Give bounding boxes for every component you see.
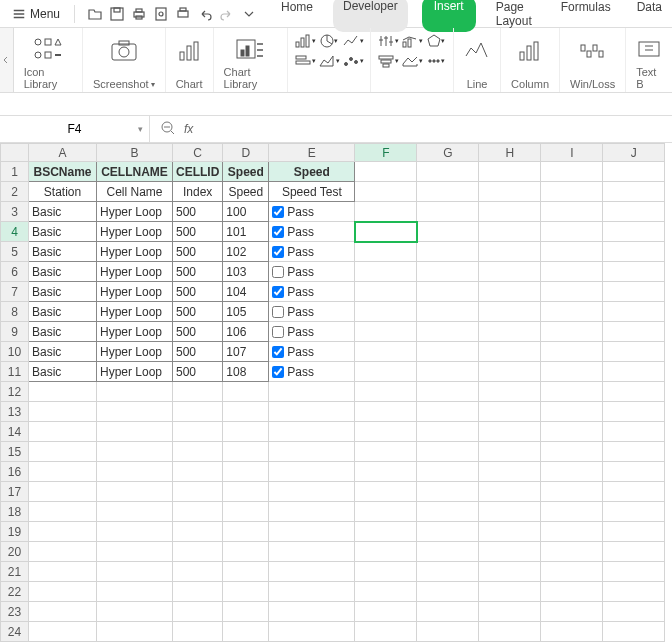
cell[interactable] xyxy=(29,502,97,522)
cell[interactable] xyxy=(541,322,603,342)
cell[interactable] xyxy=(269,522,355,542)
cell[interactable]: Basic xyxy=(29,202,97,222)
cell[interactable] xyxy=(173,462,223,482)
cell[interactable] xyxy=(417,622,479,642)
cell[interactable] xyxy=(479,602,541,622)
cell[interactable] xyxy=(603,622,665,642)
cell-reference-input[interactable] xyxy=(30,122,120,136)
checkbox-input[interactable] xyxy=(272,266,284,278)
cell[interactable] xyxy=(97,482,173,502)
cell[interactable] xyxy=(269,542,355,562)
row-header[interactable]: 3 xyxy=(1,202,29,222)
cell[interactable]: Cell Name xyxy=(97,182,173,202)
cell[interactable] xyxy=(355,322,417,342)
zoom-out-icon[interactable] xyxy=(160,120,176,139)
cell[interactable] xyxy=(269,402,355,422)
cell[interactable] xyxy=(97,602,173,622)
cell[interactable] xyxy=(355,562,417,582)
cell[interactable]: Pass xyxy=(269,362,355,382)
cell[interactable] xyxy=(479,542,541,562)
cell[interactable]: Hyper Loop xyxy=(97,302,173,322)
cell[interactable]: 106 xyxy=(223,322,269,342)
cell[interactable] xyxy=(223,382,269,402)
cell[interactable] xyxy=(541,562,603,582)
cell[interactable] xyxy=(97,582,173,602)
cell[interactable] xyxy=(479,282,541,302)
cell[interactable]: CELLNAME xyxy=(97,162,173,182)
cell[interactable] xyxy=(29,522,97,542)
ribbon-collapse-button[interactable] xyxy=(0,28,14,92)
cell[interactable] xyxy=(223,562,269,582)
cell[interactable]: Hyper Loop xyxy=(97,342,173,362)
redo-icon[interactable] xyxy=(219,6,235,22)
cell[interactable] xyxy=(97,462,173,482)
cell[interactable] xyxy=(603,502,665,522)
cell[interactable]: Basic xyxy=(29,242,97,262)
surface-chart-icon[interactable]: ▾ xyxy=(401,52,423,70)
cell[interactable] xyxy=(29,382,97,402)
cell[interactable] xyxy=(603,322,665,342)
menu-button[interactable]: Menu xyxy=(4,3,68,25)
cell[interactable] xyxy=(355,182,417,202)
cell[interactable] xyxy=(479,442,541,462)
cell[interactable] xyxy=(479,502,541,522)
cell[interactable]: Speed Test xyxy=(269,182,355,202)
cell[interactable] xyxy=(479,362,541,382)
checkbox-input[interactable] xyxy=(272,366,284,378)
cell[interactable] xyxy=(603,282,665,302)
cell[interactable] xyxy=(417,362,479,382)
column-header[interactable]: I xyxy=(541,144,603,162)
checkbox-input[interactable] xyxy=(272,326,284,338)
cell[interactable] xyxy=(173,602,223,622)
cell[interactable] xyxy=(541,582,603,602)
cell[interactable] xyxy=(223,622,269,642)
cell[interactable]: Pass xyxy=(269,282,355,302)
cell[interactable] xyxy=(417,242,479,262)
row-header[interactable]: 5 xyxy=(1,242,29,262)
cell[interactable] xyxy=(355,622,417,642)
ribbon-group-sparkline-line[interactable]: Line xyxy=(454,28,501,92)
open-icon[interactable] xyxy=(87,6,103,22)
cell[interactable]: 107 xyxy=(223,342,269,362)
cell[interactable] xyxy=(29,482,97,502)
checkbox-pass[interactable]: Pass xyxy=(272,265,351,279)
ribbon-group-screenshot[interactable]: Screenshot▾ xyxy=(83,28,166,92)
cell[interactable]: Hyper Loop xyxy=(97,262,173,282)
cell[interactable] xyxy=(173,402,223,422)
cell[interactable] xyxy=(417,382,479,402)
cell[interactable] xyxy=(479,302,541,322)
checkbox-input[interactable] xyxy=(272,306,284,318)
cell[interactable]: 101 xyxy=(223,222,269,242)
checkbox-pass[interactable]: Pass xyxy=(272,365,351,379)
ribbon-group-chart[interactable]: Chart xyxy=(166,28,214,92)
cell[interactable]: Basic xyxy=(29,322,97,342)
cell[interactable] xyxy=(541,162,603,182)
cell[interactable] xyxy=(97,622,173,642)
checkbox-pass[interactable]: Pass xyxy=(272,205,351,219)
cell[interactable] xyxy=(173,562,223,582)
pie-chart-icon[interactable]: ▾ xyxy=(318,32,340,50)
cell[interactable] xyxy=(479,342,541,362)
cell[interactable] xyxy=(417,582,479,602)
cell[interactable] xyxy=(173,422,223,442)
cell[interactable] xyxy=(269,482,355,502)
row-header[interactable]: 21 xyxy=(1,562,29,582)
row-header[interactable]: 13 xyxy=(1,402,29,422)
cell[interactable] xyxy=(603,202,665,222)
cell[interactable] xyxy=(479,522,541,542)
spreadsheet-grid[interactable]: ABCDEFGHIJ1BSCNameCELLNAMECELLIDSpeedSpe… xyxy=(0,143,672,642)
cell[interactable] xyxy=(173,522,223,542)
cell[interactable] xyxy=(479,482,541,502)
tab-data[interactable]: Data xyxy=(631,0,668,32)
cell[interactable] xyxy=(223,502,269,522)
cell[interactable] xyxy=(173,482,223,502)
cell[interactable] xyxy=(29,542,97,562)
cell[interactable] xyxy=(541,262,603,282)
cell[interactable]: 500 xyxy=(173,262,223,282)
row-header[interactable]: 2 xyxy=(1,182,29,202)
column-header[interactable]: D xyxy=(223,144,269,162)
cell[interactable] xyxy=(603,562,665,582)
cell[interactable] xyxy=(269,502,355,522)
row-header[interactable]: 18 xyxy=(1,502,29,522)
cell[interactable] xyxy=(29,562,97,582)
